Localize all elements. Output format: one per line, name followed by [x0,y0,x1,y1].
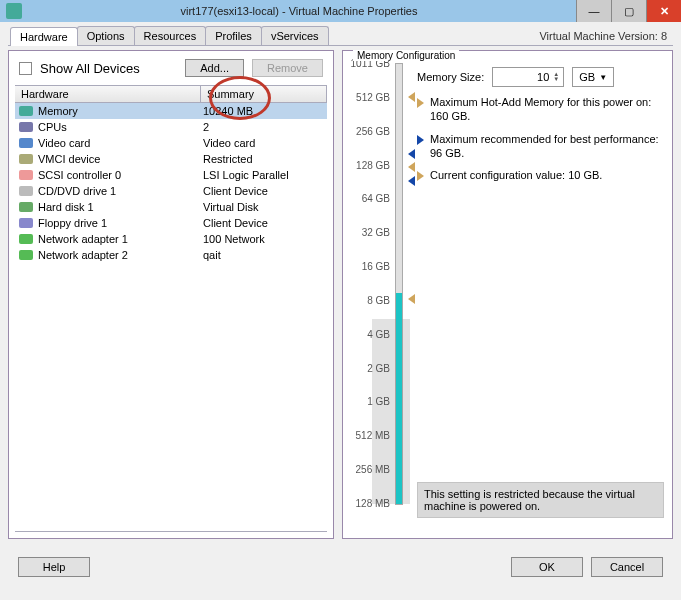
floppy-icon [18,216,34,230]
slider-tick-label: 256 GB [350,126,390,137]
row-summary: Restricted [201,153,324,165]
tab-resources[interactable]: Resources [134,26,207,45]
add-button[interactable]: Add... [185,59,244,77]
info-current: Current configuration value: 10 GB. [430,168,666,182]
svg-rect-3 [19,154,33,164]
tabs-row: Hardware Options Resources Profiles vSer… [8,26,673,46]
hardware-panel: Show All Devices Add... Remove Hardware … [8,50,334,539]
memory-icon [18,104,34,118]
cancel-button[interactable]: Cancel [591,557,663,577]
memory-unit-select[interactable]: GB ▼ [572,67,614,87]
memory-size-value: 10 [497,71,549,83]
tab-vservices[interactable]: vServices [261,26,329,45]
table-row[interactable]: Memory10240 MB [15,103,327,119]
row-summary: Video card [201,137,324,149]
slider-tick-label: 64 GB [350,193,390,204]
ok-button[interactable]: OK [511,557,583,577]
table-row[interactable]: Network adapter 1100 Network [15,231,327,247]
memory-size-input[interactable]: 10 ▲ ▼ [492,67,564,87]
slider-tick-label: 32 GB [350,227,390,238]
marker-rec-legend-icon [417,135,424,145]
marker-lower-icon [408,294,415,304]
svg-rect-8 [19,234,33,244]
tab-options[interactable]: Options [77,26,135,45]
vm-version-label: Virtual Machine Version: 8 [539,30,667,42]
slider-tick-label: 4 GB [350,329,390,340]
spin-down-icon[interactable]: ▼ [553,77,559,82]
table-row[interactable]: Floppy drive 1Client Device [15,215,327,231]
titlebar: virt177(esxi13-local) - Virtual Machine … [0,0,681,22]
memory-size-label: Memory Size: [417,71,484,83]
restriction-notice: This setting is restricted because the v… [417,482,664,518]
maximize-button[interactable]: ▢ [611,0,646,22]
row-hw-label: Network adapter 2 [38,249,128,261]
slider-tick-label: 512 GB [350,92,390,103]
row-hw-label: CD/DVD drive 1 [38,185,116,197]
row-summary: 10240 MB [201,105,324,117]
remove-button: Remove [252,59,323,77]
slider-fill [396,293,402,504]
row-hw-label: CPUs [38,121,67,133]
table-row[interactable]: SCSI controller 0LSI Logic Parallel [15,167,327,183]
table-row[interactable]: Network adapter 2qait [15,247,327,263]
row-hw-label: Hard disk 1 [38,201,94,213]
cd-icon [18,184,34,198]
svg-rect-0 [19,106,33,116]
table-row[interactable]: Video cardVideo card [15,135,327,151]
marker-hotadd-icon [408,92,415,102]
row-summary: 100 Network [201,233,324,245]
memory-unit-value: GB [579,71,595,83]
table-row[interactable]: CPUs2 [15,119,327,135]
table-row[interactable]: CD/DVD drive 1Client Device [15,183,327,199]
hardware-list[interactable]: Memory10240 MBCPUs2Video cardVideo cardV… [15,103,327,532]
nic-icon [18,232,34,246]
close-button[interactable]: ✕ [646,0,681,22]
memory-slider[interactable]: 1011 GB512 GB256 GB128 GB64 GB32 GB16 GB… [395,63,403,505]
row-summary: LSI Logic Parallel [201,169,324,181]
tab-profiles[interactable]: Profiles [205,26,262,45]
marker-cur-legend-icon [417,171,424,181]
col-hardware[interactable]: Hardware [15,86,201,102]
slider-tick-label: 16 GB [350,261,390,272]
dialog-footer: Help OK Cancel [8,539,673,577]
marker-hotadd-legend-icon [417,98,424,108]
slider-tick-label: 128 MB [350,498,390,509]
window-controls: — ▢ ✕ [576,0,681,22]
svg-rect-4 [19,170,33,180]
table-row[interactable]: Hard disk 1Virtual Disk [15,199,327,215]
slider-tick-label: 1 GB [350,396,390,407]
row-summary: qait [201,249,324,261]
cpu-icon [18,120,34,134]
row-summary: Virtual Disk [201,201,324,213]
show-all-label: Show All Devices [40,61,177,76]
slider-tick-label: 128 GB [350,160,390,171]
list-header: Hardware Summary [15,85,327,103]
row-hw-label: SCSI controller 0 [38,169,121,181]
marker-handle-icon[interactable] [408,176,415,186]
slider-tick-label: 2 GB [350,363,390,374]
slider-tick-label: 256 MB [350,464,390,475]
show-all-checkbox[interactable] [19,62,32,75]
svg-rect-2 [19,138,33,148]
marker-current-icon [408,162,415,172]
memory-config-panel: Memory Configuration 1011 GB512 GB256 GB… [342,50,673,539]
vmci-icon [18,152,34,166]
marker-recommended-icon [408,149,415,159]
slider-tick-label: 8 GB [350,295,390,306]
chevron-down-icon: ▼ [599,73,607,82]
config-column: Memory Size: 10 ▲ ▼ GB ▼ [417,63,666,532]
app-icon [6,3,22,19]
help-button[interactable]: Help [18,557,90,577]
svg-rect-5 [19,186,33,196]
row-hw-label: Memory [38,105,78,117]
col-summary[interactable]: Summary [201,86,327,102]
row-hw-label: Floppy drive 1 [38,217,107,229]
svg-rect-1 [19,122,33,132]
minimize-button[interactable]: — [576,0,611,22]
row-hw-label: Network adapter 1 [38,233,128,245]
row-summary: 2 [201,121,324,133]
memory-slider-column: 1011 GB512 GB256 GB128 GB64 GB32 GB16 GB… [349,63,409,532]
table-row[interactable]: VMCI deviceRestricted [15,151,327,167]
tab-hardware[interactable]: Hardware [10,27,78,46]
row-hw-label: Video card [38,137,90,149]
